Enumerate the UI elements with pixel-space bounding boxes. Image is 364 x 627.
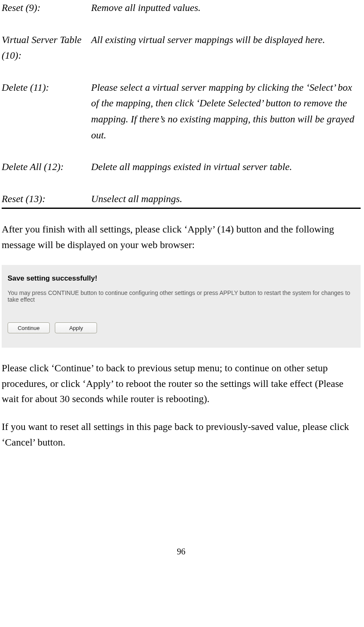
apply-button[interactable]: Apply [55, 322, 97, 333]
panel-message: You may press CONTINUE button to continu… [8, 289, 355, 303]
panel-title: Save setting successfully! [8, 274, 355, 283]
definition-desc: Delete all mappings existed in virtual s… [91, 159, 361, 175]
paragraph-continue-explain: Please click ‘Continue’ to back to previ… [2, 360, 361, 406]
save-setting-panel: Save setting successfully! You may press… [2, 265, 361, 348]
document-page: Reset (9): Remove all inputted values. V… [0, 0, 364, 561]
section-divider [2, 208, 361, 209]
definition-desc: Unselect all mappings. [91, 191, 361, 207]
definition-desc: Remove all inputted values. [91, 0, 361, 16]
paragraph-cancel-explain: If you want to reset all settings in thi… [2, 419, 361, 450]
paragraph-apply-instruction: After you finish with all settings, plea… [2, 222, 361, 252]
definition-label: Reset (9): [2, 0, 91, 16]
definition-row: Reset (13): Unselect all mappings. [2, 191, 361, 207]
definition-label: Delete (11): [2, 80, 91, 143]
panel-buttons: Continue Apply [8, 322, 355, 333]
definition-row: Delete All (12): Delete all mappings exi… [2, 159, 361, 175]
definition-row: Reset (9): Remove all inputted values. [2, 0, 361, 16]
definition-desc: Please select a virtual server mapping b… [91, 80, 361, 143]
definition-row: Virtual Server Table (10): All existing … [2, 32, 361, 64]
definition-row: Delete (11): Please select a virtual ser… [2, 80, 361, 143]
definition-desc: All existing virtual server mappings wil… [91, 32, 361, 64]
definition-label: Reset (13): [2, 191, 91, 207]
continue-button[interactable]: Continue [8, 322, 50, 333]
page-number: 96 [2, 547, 361, 561]
definitions-table: Reset (9): Remove all inputted values. V… [2, 0, 361, 207]
definition-label: Delete All (12): [2, 159, 91, 175]
definition-label: Virtual Server Table (10): [2, 32, 91, 64]
